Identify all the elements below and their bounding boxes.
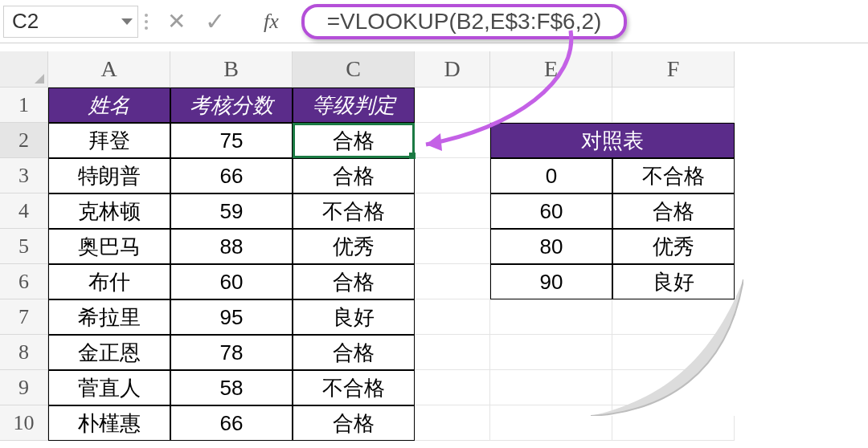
- header-score[interactable]: 考核分数: [170, 88, 293, 123]
- cell-E4[interactable]: 60: [490, 193, 612, 229]
- cell-D8[interactable]: [415, 335, 490, 370]
- name-box-value: C2: [12, 9, 39, 34]
- row-header-2[interactable]: 2: [0, 123, 48, 158]
- cell-D5[interactable]: [415, 229, 490, 264]
- cell-E8[interactable]: [490, 335, 612, 370]
- cancel-icon[interactable]: ✕: [167, 8, 186, 35]
- rows: 1 姓名 考核分数 等级判定 2 拜登 75 合格 对照表 3 特朗普 66 合…: [0, 88, 868, 441]
- formula-input[interactable]: =VLOOKUP(B2,E$3:F$6,2): [301, 4, 628, 39]
- cell-E1[interactable]: [490, 88, 612, 123]
- cell-F10[interactable]: [612, 405, 735, 441]
- cell-B9[interactable]: 58: [170, 370, 293, 405]
- row-7: 7 希拉里 95 良好: [0, 299, 868, 335]
- cell-F3[interactable]: 不合格: [612, 158, 735, 193]
- col-header-C[interactable]: C: [293, 51, 415, 88]
- cell-E3[interactable]: 0: [490, 158, 612, 193]
- cell-B8[interactable]: 78: [170, 335, 293, 370]
- cell-A3[interactable]: 特朗普: [48, 158, 170, 193]
- cell-C5[interactable]: 优秀: [293, 229, 415, 264]
- confirm-icon[interactable]: ✓: [205, 7, 225, 35]
- cell-C9[interactable]: 不合格: [293, 370, 415, 405]
- chevron-down-icon[interactable]: [121, 18, 133, 25]
- header-grade[interactable]: 等级判定: [293, 88, 415, 123]
- column-headers: A B C D E F: [0, 51, 868, 88]
- row-8: 8 金正恩 78 合格: [0, 335, 868, 370]
- cell-F4[interactable]: 合格: [612, 193, 735, 229]
- cell-D3[interactable]: [415, 158, 490, 193]
- col-header-D[interactable]: D: [415, 51, 490, 88]
- cell-F5[interactable]: 优秀: [612, 229, 735, 264]
- cell-A7[interactable]: 希拉里: [48, 299, 170, 335]
- fx-label[interactable]: fx: [244, 10, 279, 34]
- cell-B3[interactable]: 66: [170, 158, 293, 193]
- row-header-10[interactable]: 10: [0, 405, 48, 441]
- cell-C8[interactable]: 合格: [293, 335, 415, 370]
- cell-E10[interactable]: [490, 405, 612, 441]
- cell-B2[interactable]: 75: [170, 123, 293, 158]
- cell-B4[interactable]: 59: [170, 193, 293, 229]
- col-header-F[interactable]: F: [612, 51, 735, 88]
- cell-E6[interactable]: 90: [490, 264, 612, 299]
- row-1: 1 姓名 考核分数 等级判定: [0, 88, 868, 123]
- cell-C7[interactable]: 良好: [293, 299, 415, 335]
- col-header-B[interactable]: B: [170, 51, 293, 88]
- cell-C2[interactable]: 合格: [293, 123, 415, 158]
- cell-B5[interactable]: 88: [170, 229, 293, 264]
- cell-E5[interactable]: 80: [490, 229, 612, 264]
- cell-A2[interactable]: 拜登: [48, 123, 170, 158]
- row-header-5[interactable]: 5: [0, 229, 48, 264]
- row-3: 3 特朗普 66 合格 0 不合格: [0, 158, 868, 193]
- cell-D1[interactable]: [415, 88, 490, 123]
- cell-D7[interactable]: [415, 299, 490, 335]
- row-10: 10 朴槿惠 66 合格: [0, 405, 868, 441]
- cell-A6[interactable]: 布什: [48, 264, 170, 299]
- cell-C4[interactable]: 不合格: [293, 193, 415, 229]
- cell-B6[interactable]: 60: [170, 264, 293, 299]
- cell-A10[interactable]: 朴槿惠: [48, 405, 170, 441]
- col-header-E[interactable]: E: [490, 51, 612, 88]
- row-9: 9 菅直人 58 不合格: [0, 370, 868, 405]
- row-header-1[interactable]: 1: [0, 88, 48, 123]
- cell-A9[interactable]: 菅直人: [48, 370, 170, 405]
- formula-text: =VLOOKUP(B2,E$3:F$6,2): [327, 9, 602, 35]
- row-5: 5 奥巴马 88 优秀 80 优秀: [0, 229, 868, 264]
- cell-F9[interactable]: [612, 370, 735, 405]
- row-6: 6 布什 60 合格 90 良好: [0, 264, 868, 299]
- cell-E9[interactable]: [490, 370, 612, 405]
- cell-C10[interactable]: 合格: [293, 405, 415, 441]
- row-header-9[interactable]: 9: [0, 370, 48, 405]
- cell-B7[interactable]: 95: [170, 299, 293, 335]
- cell-F7[interactable]: [612, 299, 735, 335]
- row-header-7[interactable]: 7: [0, 299, 48, 335]
- cell-A4[interactable]: 克林顿: [48, 193, 170, 229]
- cell-D6[interactable]: [415, 264, 490, 299]
- row-header-4[interactable]: 4: [0, 193, 48, 229]
- cell-D10[interactable]: [415, 405, 490, 441]
- cell-A8[interactable]: 金正恩: [48, 335, 170, 370]
- spreadsheet-grid[interactable]: A B C D E F 1 姓名 考核分数 等级判定 2 拜登 75 合格 对照…: [0, 51, 868, 441]
- cell-D2[interactable]: [415, 123, 490, 158]
- header-name[interactable]: 姓名: [48, 88, 170, 123]
- cell-F6[interactable]: 良好: [612, 264, 735, 299]
- lookup-title[interactable]: 对照表: [490, 123, 735, 158]
- cell-C3[interactable]: 合格: [293, 158, 415, 193]
- row-header-8[interactable]: 8: [0, 335, 48, 370]
- cell-B10[interactable]: 66: [170, 405, 293, 441]
- row-header-3[interactable]: 3: [0, 158, 48, 193]
- drag-dots-icon: [145, 14, 148, 30]
- cell-C6[interactable]: 合格: [293, 264, 415, 299]
- cell-D9[interactable]: [415, 370, 490, 405]
- name-box[interactable]: C2: [3, 6, 138, 38]
- cell-F8[interactable]: [612, 335, 735, 370]
- cell-A5[interactable]: 奥巴马: [48, 229, 170, 264]
- cell-E7[interactable]: [490, 299, 612, 335]
- select-all-corner[interactable]: [0, 51, 48, 88]
- row-2: 2 拜登 75 合格 对照表: [0, 123, 868, 158]
- col-header-A[interactable]: A: [48, 51, 170, 88]
- formula-bar: C2 ✕ ✓ fx =VLOOKUP(B2,E$3:F$6,2): [0, 0, 868, 43]
- row-header-6[interactable]: 6: [0, 264, 48, 299]
- row-4: 4 克林顿 59 不合格 60 合格: [0, 193, 868, 229]
- formula-bar-actions: ✕ ✓ fx: [145, 7, 279, 35]
- cell-D4[interactable]: [415, 193, 490, 229]
- cell-F1[interactable]: [612, 88, 735, 123]
